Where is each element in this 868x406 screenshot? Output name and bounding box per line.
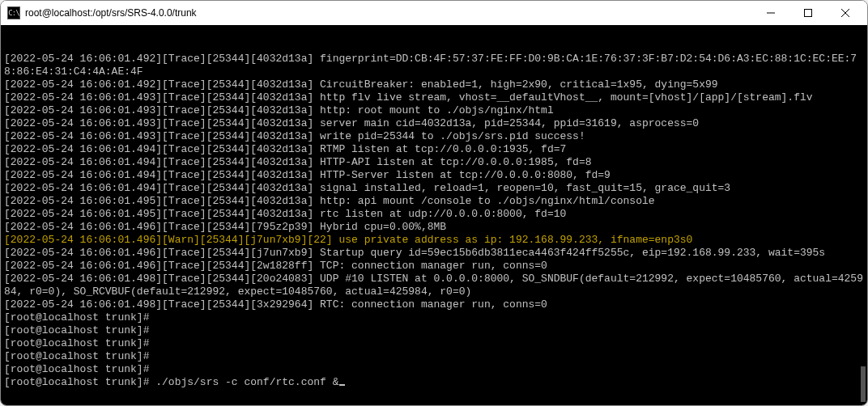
terminal-app-icon: C:\: [7, 6, 20, 19]
terminal-line: [2022-05-24 16:06:01.496][Trace][25344][…: [4, 247, 864, 260]
terminal-line: [2022-05-24 16:06:01.495][Trace][25344][…: [4, 208, 864, 221]
terminal-output[interactable]: [2022-05-24 16:06:01.492][Trace][25344][…: [1, 25, 867, 405]
minimize-button[interactable]: [752, 1, 789, 25]
terminal-active-line[interactable]: [root@localhost trunk]# ./objs/srs -c co…: [4, 376, 864, 389]
shell-command: ./objs/srs -c conf/rtc.conf &: [155, 376, 338, 388]
terminal-line: [root@localhost trunk]#: [4, 363, 864, 376]
close-icon: [841, 9, 849, 17]
terminal-line: [root@localhost trunk]#: [4, 311, 864, 324]
terminal-line: [2022-05-24 16:06:01.494][Trace][25344][…: [4, 156, 864, 169]
terminal-line: [2022-05-24 16:06:01.494][Trace][25344][…: [4, 169, 864, 182]
titlebar[interactable]: C:\ root@localhost:/opt/srs/SRS-4.0.0/tr…: [1, 1, 867, 25]
scrollbar[interactable]: [861, 25, 866, 405]
terminal-line: [2022-05-24 16:06:01.496][Warn][25344][j…: [4, 234, 864, 247]
terminal-line: [root@localhost trunk]#: [4, 324, 864, 337]
terminal-line: [2022-05-24 16:06:01.494][Trace][25344][…: [4, 182, 864, 195]
minimize-icon: [767, 9, 775, 17]
scrollbar-thumb[interactable]: [861, 366, 866, 402]
cursor: [339, 384, 345, 386]
terminal-line: [2022-05-24 16:06:01.496][Trace][25344][…: [4, 260, 864, 273]
terminal-line: [2022-05-24 16:06:01.493][Trace][25344][…: [4, 91, 864, 104]
terminal-line: [2022-05-24 16:06:01.492][Trace][25344][…: [4, 53, 864, 78]
close-button[interactable]: [827, 1, 864, 25]
svg-rect-0: [805, 10, 812, 17]
terminal-line: [2022-05-24 16:06:01.492][Trace][25344][…: [4, 78, 864, 91]
terminal-line: [2022-05-24 16:06:01.493][Trace][25344][…: [4, 104, 864, 117]
terminal-line: [2022-05-24 16:06:01.498][Trace][25344][…: [4, 273, 864, 298]
terminal-line: [2022-05-24 16:06:01.494][Trace][25344][…: [4, 143, 864, 156]
terminal-line: [2022-05-24 16:06:01.496][Trace][25344][…: [4, 221, 864, 234]
maximize-button[interactable]: [789, 1, 827, 25]
maximize-icon: [804, 9, 812, 17]
app-window: C:\ root@localhost:/opt/srs/SRS-4.0.0/tr…: [0, 0, 868, 406]
terminal-line: [2022-05-24 16:06:01.493][Trace][25344][…: [4, 117, 864, 130]
terminal-line: [root@localhost trunk]#: [4, 350, 864, 363]
terminal-line: [root@localhost trunk]#: [4, 337, 864, 350]
terminal-line: [2022-05-24 16:06:01.493][Trace][25344][…: [4, 130, 864, 143]
shell-prompt: [root@localhost trunk]#: [4, 376, 155, 388]
terminal-line: [2022-05-24 16:06:01.495][Trace][25344][…: [4, 195, 864, 208]
window-title: root@localhost:/opt/srs/SRS-4.0.0/trunk: [25, 7, 197, 19]
terminal-line: [2022-05-24 16:06:01.498][Trace][25344][…: [4, 298, 864, 311]
